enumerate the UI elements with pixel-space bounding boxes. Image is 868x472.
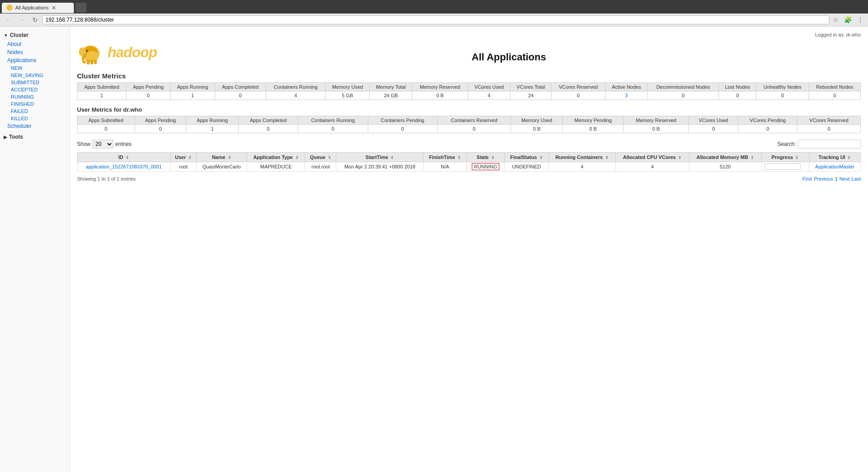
app-start-time-cell: Mon Apr 2 20:39:41 +0800 2018 (336, 162, 424, 172)
cluster-metrics-value: 0 (126, 91, 170, 100)
accepted-link[interactable]: ACCEPTED (11, 87, 38, 92)
cluster-metrics-header-row: Apps SubmittedApps PendingApps RunningAp… (77, 83, 861, 91)
running-link[interactable]: RUNNING (11, 94, 34, 100)
cluster-section-header[interactable]: ▼ Cluster (0, 30, 69, 40)
app-id-cell[interactable]: application_1522671083370_0001 (77, 162, 171, 172)
app-table-header[interactable]: Name ⇕ (196, 153, 247, 162)
app-table-header[interactable]: Queue ⇕ (305, 153, 336, 162)
menu-icon[interactable]: ⋮ (855, 15, 865, 24)
last-page-button[interactable]: Last (851, 176, 861, 182)
first-page-button[interactable]: First (802, 176, 812, 182)
scheduler-link[interactable]: Scheduler (7, 123, 32, 129)
sort-icon: ⇕ (539, 155, 543, 160)
user-metrics-value-row: 00100000 B0 B0 B000 (77, 125, 861, 133)
sidebar-item-about[interactable]: About (0, 40, 69, 48)
sidebar-sub-item-finished[interactable]: FINISHED (0, 100, 69, 108)
app-user-cell: root (171, 162, 197, 172)
sidebar-item-applications[interactable]: Applications (0, 56, 69, 64)
sort-icon: ⇕ (295, 155, 299, 160)
cluster-metrics-header: VCores Reserved (552, 83, 606, 91)
back-button[interactable]: ← (3, 15, 14, 24)
sidebar-sub-item-accepted[interactable]: ACCEPTED (0, 86, 69, 93)
tools-section: ▶ Tools (0, 132, 69, 142)
app-table-header[interactable]: Running Containers ⇕ (548, 153, 615, 162)
user-metrics-header: Apps Running (186, 116, 239, 125)
active-nodes-link[interactable]: 3 (625, 93, 628, 98)
forward-button[interactable]: → (16, 15, 28, 24)
nodes-link[interactable]: Nodes (7, 49, 23, 55)
app-final-status-cell: UNDEFINED (505, 162, 548, 172)
app-running-containers-cell: 4 (548, 162, 615, 172)
app-progress-cell (761, 162, 809, 172)
sidebar-sub-item-new-saving[interactable]: NEW_SAVING (0, 72, 69, 79)
app-table-header[interactable]: Progress ⇕ (761, 153, 809, 162)
app-tracking-ui-cell[interactable]: ApplicationMaster (809, 162, 860, 172)
app-type-cell: MAPREDUCE (247, 162, 305, 172)
address-bar[interactable] (42, 15, 829, 24)
tools-section-header[interactable]: ▶ Tools (0, 132, 69, 142)
bookmark-icon[interactable]: ☆ (831, 15, 841, 24)
sidebar-sub-item-new[interactable]: NEW (0, 64, 69, 72)
sidebar-sub-item-failed[interactable]: FAILED (0, 108, 69, 115)
sort-icon: ⇕ (188, 155, 192, 160)
next-page-button[interactable]: Next (840, 176, 850, 182)
app-table-header[interactable]: Tracking UI ⇕ (809, 153, 860, 162)
browser-tab[interactable]: All Applications ✕ (2, 3, 74, 13)
sort-icon: ⇕ (126, 155, 129, 160)
app-table-header-row: ID ⇕User ⇕Name ⇕Application Type ⇕Queue … (77, 153, 861, 162)
new-link[interactable]: NEW (11, 65, 23, 71)
cluster-metrics-value: 1 (170, 91, 215, 100)
sidebar-sub-item-submitted[interactable]: SUBMITTED (0, 79, 69, 86)
sidebar-item-scheduler[interactable]: Scheduler (0, 122, 69, 130)
cluster-section: ▼ Cluster About Nodes Applications NEW N… (0, 30, 69, 130)
table-row: application_1522671083370_0001rootQuasiM… (77, 162, 861, 172)
tab-close-button[interactable]: ✕ (51, 5, 56, 11)
page-body: ▼ Cluster About Nodes Applications NEW N… (0, 27, 868, 472)
cluster-metrics-header: Containers Running (266, 83, 325, 91)
cluster-metrics-value: 0 (809, 91, 861, 100)
user-metrics-value: 0 (135, 125, 186, 133)
title-area: All Applications (157, 51, 861, 69)
sidebar-sub-item-running[interactable]: RUNNING (0, 93, 69, 100)
app-table-header[interactable]: User ⇕ (171, 153, 197, 162)
main-content: Logged in as: dr.who (70, 27, 868, 472)
svg-rect-6 (90, 60, 93, 64)
sidebar-item-nodes[interactable]: Nodes (0, 48, 69, 56)
failed-link[interactable]: FAILED (11, 109, 28, 114)
app-table-header[interactable]: State ⇕ (466, 153, 505, 162)
new-tab-button[interactable] (76, 3, 86, 13)
sort-icon: ⇕ (457, 155, 461, 160)
sort-icon: ⇕ (750, 155, 754, 160)
extensions-icon[interactable]: 🧩 (842, 15, 854, 24)
tab-title: All Applications (15, 5, 49, 10)
cluster-metrics-header: Apps Pending (126, 83, 170, 91)
app-table-header[interactable]: Allocated Memory MB ⇕ (689, 153, 762, 162)
sidebar-sub-item-killed[interactable]: KILLED (0, 115, 69, 122)
previous-page-button[interactable]: Previous (814, 176, 833, 182)
cluster-metrics-value: 24 (510, 91, 551, 100)
applications-link[interactable]: Applications (7, 57, 36, 64)
killed-link[interactable]: KILLED (11, 116, 28, 121)
refresh-button[interactable]: ↻ (30, 15, 41, 24)
submitted-link[interactable]: SUBMITTED (11, 80, 40, 85)
about-link[interactable]: About (7, 41, 21, 47)
finished-link[interactable]: FINISHED (11, 101, 34, 107)
user-metrics-value: 0 B (624, 125, 689, 133)
search-bar: Search: (778, 140, 861, 149)
user-metrics-header: VCores Used (689, 116, 738, 125)
logged-in-bar: Logged in as: dr.who (77, 31, 861, 40)
app-table-header[interactable]: ID ⇕ (77, 153, 171, 162)
cluster-metrics-header: VCores Total (510, 83, 551, 91)
new-saving-link[interactable]: NEW_SAVING (11, 73, 44, 78)
app-tracking-ui-cell-link[interactable]: ApplicationMaster (815, 164, 854, 169)
progress-bar (764, 163, 800, 170)
app-table-header[interactable]: Application Type ⇕ (247, 153, 305, 162)
app-table-header[interactable]: StartTime ⇕ (336, 153, 424, 162)
app-table-header[interactable]: FinalStatus ⇕ (505, 153, 548, 162)
app-table-header[interactable]: Allocated CPU VCores ⇕ (615, 153, 689, 162)
search-input[interactable] (798, 140, 861, 149)
app-table-header[interactable]: FinishTime ⇕ (424, 153, 467, 162)
cluster-metrics-value-row: 101045 GB24 GB0 B424030000 (77, 91, 861, 100)
show-select[interactable]: 20 50 100 (92, 140, 113, 149)
app-id-cell-link[interactable]: application_1522671083370_0001 (86, 164, 162, 169)
